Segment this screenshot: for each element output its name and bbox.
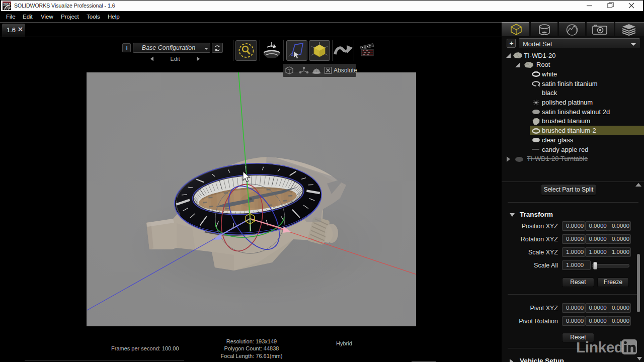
svg-text:Edit: Edit: [171, 56, 180, 62]
